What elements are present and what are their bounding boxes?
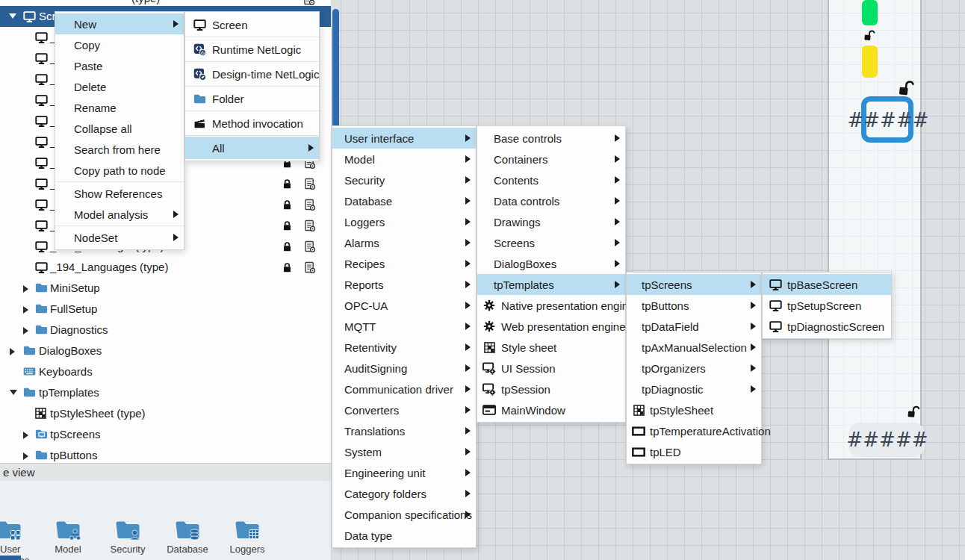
menu-item-recipes[interactable]: Recipes: [332, 253, 476, 274]
expand-arrow-icon[interactable]: [23, 452, 28, 460]
menu-item-nodeset[interactable]: NodeSet: [55, 227, 184, 248]
menu-item-data-controls[interactable]: Data controls: [477, 190, 625, 211]
tree-row[interactable]: MiniSetup: [0, 278, 331, 299]
menu-item-translations[interactable]: Translations: [332, 420, 476, 441]
tree-row[interactable]: tpScreens: [0, 424, 331, 445]
menu-item-model[interactable]: Model: [332, 149, 476, 169]
menu-item-web-presentation-engine[interactable]: Web presentation engine: [477, 316, 625, 337]
menu-item-all[interactable]: All: [185, 137, 319, 159]
menu-item-tpstylesheet[interactable]: tpStyleSheet: [627, 399, 761, 420]
tree-row[interactable]: FullSetup: [0, 299, 331, 320]
yellow-widget[interactable]: [862, 46, 878, 78]
menu-item-reports[interactable]: Reports: [332, 274, 476, 295]
menu-item-paste[interactable]: Paste: [55, 55, 184, 76]
menu-item-loggers[interactable]: Loggers: [332, 211, 476, 232]
menu-item-style-sheet[interactable]: Style sheet: [477, 337, 625, 358]
menu-item-auditsigning[interactable]: AuditSigning: [332, 358, 476, 379]
menu-item-drawings[interactable]: Drawings: [477, 211, 625, 232]
menu-item-tpdatafield[interactable]: tpDataField: [627, 316, 761, 337]
menu-item-database[interactable]: Database: [332, 190, 476, 211]
expand-arrow-icon[interactable]: [23, 432, 28, 439]
menu-item-category-folders[interactable]: Category folders: [332, 483, 476, 504]
menu-item-tptemperatureactivation[interactable]: tpTemperatureActivation: [627, 420, 761, 441]
menu-item-retentivity[interactable]: Retentivity: [332, 337, 476, 358]
menu-item-search-from-here[interactable]: Search from here: [55, 139, 184, 160]
menu-item-ui-session[interactable]: UI Session: [477, 358, 625, 379]
menu-item-alarms[interactable]: Alarms: [332, 232, 476, 253]
menu-item-converters[interactable]: Converters: [332, 399, 476, 420]
menu-item-tpbasescreen[interactable]: tpBaseScreen: [763, 274, 891, 295]
menu-separator: [185, 86, 319, 87]
submenu-arrow-icon: [615, 176, 620, 184]
menu-item-security[interactable]: Security: [332, 169, 476, 190]
lock-icon: [282, 220, 292, 234]
menu-item-folder[interactable]: Folder: [185, 87, 319, 110]
menu-item-tpdiagnostic[interactable]: tpDiagnostic: [627, 379, 761, 399]
menu-item-screen[interactable]: Screen: [185, 13, 319, 36]
datafield-placeholder[interactable]: #####: [847, 109, 929, 131]
menu-item-contents[interactable]: Contents: [477, 169, 625, 190]
tree-row[interactable]: Diagnostics: [0, 320, 331, 340]
expand-arrow-icon[interactable]: [23, 285, 28, 293]
tree-row[interactable]: DialogBoxes: [0, 340, 331, 361]
menu-item-base-controls[interactable]: Base controls: [477, 128, 625, 149]
menu-item-model-analysis[interactable]: Model analysis: [55, 204, 184, 225]
menu-item-user-interface[interactable]: User interface: [332, 128, 476, 149]
menu-item-tpdiagnosticscreen[interactable]: tpDiagnosticScreen: [763, 316, 891, 337]
menu-item-new[interactable]: New: [55, 13, 184, 34]
menu-item-communication-driver[interactable]: Communication driver: [332, 379, 476, 399]
menu-item-containers[interactable]: Containers: [477, 149, 625, 169]
menu-item-tpsetupscreen[interactable]: tpSetupScreen: [763, 295, 891, 316]
monitor-icon: [35, 220, 48, 235]
menu-item-tporganizers[interactable]: tpOrganizers: [627, 358, 761, 379]
menu-item-system[interactable]: System: [332, 441, 476, 462]
menu-item-runtime-netlogic[interactable]: Runtime NetLogic: [185, 38, 319, 60]
menu-item-dialogboxes[interactable]: DialogBoxes: [477, 253, 625, 274]
submenu-arrow-icon: [615, 281, 620, 288]
expand-arrow-icon[interactable]: [10, 348, 15, 355]
tree-row[interactable]: _194_Languages (type): [0, 257, 331, 278]
monitor-icon: [35, 115, 48, 131]
menu-item-tptemplates[interactable]: tpTemplates: [477, 274, 625, 295]
menu-item-rename[interactable]: Rename: [55, 97, 184, 118]
menu-item-label: Communication driver: [344, 383, 453, 396]
menu-item-native-presentation-engine[interactable]: Native presentation engine: [477, 295, 625, 316]
green-widget[interactable]: [862, 0, 878, 25]
menu-item-tpaxmanualselection[interactable]: tpAxManualSelection: [627, 337, 761, 358]
menu-item-copy-path-to-node[interactable]: Copy path to node: [55, 160, 184, 181]
menu-item-screens[interactable]: Screens: [477, 232, 625, 253]
menu-item-copy[interactable]: Copy: [55, 34, 184, 55]
menu-item-show-references[interactable]: Show References: [55, 183, 184, 204]
tree-row[interactable]: tpTemplates: [0, 382, 331, 403]
folder-icon: [192, 93, 207, 104]
datafield-placeholder[interactable]: #####: [846, 429, 928, 451]
menu-item-mqtt[interactable]: MQTT: [332, 316, 476, 337]
menu-item-mainwindow[interactable]: MainWindow: [477, 399, 625, 420]
menu-item-tpscreens[interactable]: tpScreens: [627, 274, 761, 295]
menu-item-data-type[interactable]: Data type: [332, 525, 476, 546]
expand-arrow-icon[interactable]: [23, 327, 28, 335]
menu-item-collapse-all[interactable]: Collapse all: [55, 118, 184, 139]
menu-item-engineering-unit[interactable]: Engineering unit: [332, 462, 476, 483]
expand-arrow-icon[interactable]: [23, 306, 28, 314]
menu-item-label: Collapse all: [74, 122, 132, 135]
submenu-arrow-icon: [751, 343, 756, 351]
collapse-arrow-icon[interactable]: [10, 390, 17, 395]
tree-row[interactable]: tpStyleSheet (type): [0, 403, 331, 424]
menu-item-design-time-netlogic[interactable]: Design-time NetLogic: [185, 63, 319, 85]
method-icon: [192, 117, 207, 129]
menu-item-tpbuttons[interactable]: tpButtons: [627, 295, 761, 316]
dock-item-label: Database: [154, 544, 221, 555]
menu-item-opc-ua[interactable]: OPC-UA: [332, 295, 476, 316]
menu-item-tpled[interactable]: tpLED: [627, 441, 761, 462]
menu-item-tpsession[interactable]: tpSession: [477, 379, 625, 399]
menu-item-companion-specifications[interactable]: Companion specifications: [332, 504, 476, 525]
clipped-tree-row: (type): [0, 0, 331, 6]
folder-icon: [23, 387, 36, 400]
screenfolder-icon: [35, 429, 48, 442]
menu-item-method-invocation[interactable]: Method invocation: [185, 112, 319, 134]
collapse-arrow-icon[interactable]: [9, 13, 16, 19]
menu-item-delete[interactable]: Delete: [55, 76, 184, 97]
tree-row[interactable]: Keyboards: [0, 361, 331, 382]
monitor-icon: [35, 240, 48, 256]
